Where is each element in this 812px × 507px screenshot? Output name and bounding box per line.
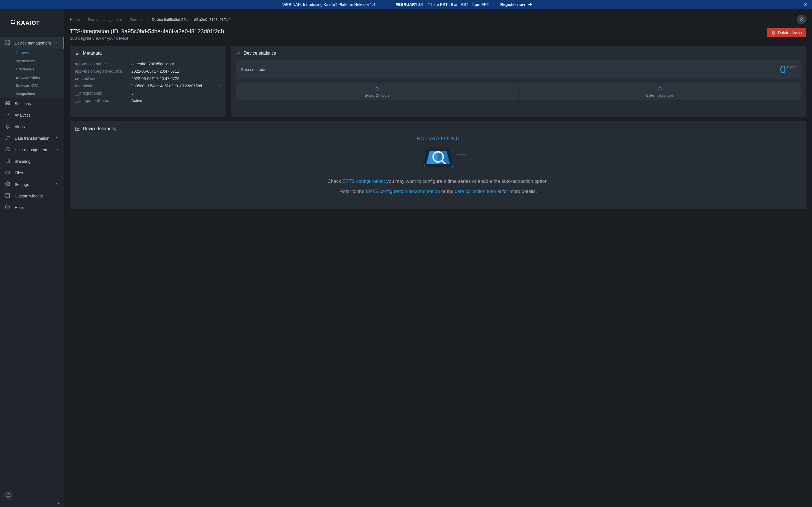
sidebar-item-alerts[interactable]: Alerts — [0, 121, 64, 132]
sidebar-item-solutions[interactable]: Solutions — [0, 98, 64, 109]
collapse-sidebar-button[interactable] — [0, 499, 64, 507]
svg-rect-35 — [6, 193, 10, 198]
brand-logo[interactable]: KAAIOT — [0, 9, 64, 37]
sidebar-item-analytics[interactable]: Analytics — [0, 109, 64, 121]
svg-rect-21 — [7, 104, 8, 105]
data-collection-tutorial-link[interactable]: data collection tutorial — [455, 189, 501, 194]
webinar-banner: WEBINAR: Introducing Kaa IoT Platform Re… — [0, 0, 812, 9]
svg-rect-15 — [7, 101, 8, 102]
metadata-value[interactable]: 9a95c0bd-54be-4a6f-a2e0-f8123d01f2cf — [132, 83, 221, 88]
breadcrumbs: HomeDevice managementDevicesDevice 9a95c… — [70, 17, 230, 22]
banner-close-button[interactable] — [803, 2, 808, 8]
svg-rect-8 — [11, 23, 15, 24]
stat-big-label: Data sent total — [241, 67, 266, 72]
sidebar-subitem-integrations[interactable]: Integrations — [0, 90, 64, 98]
no-data-title: NO DATA FOUND — [75, 136, 801, 142]
metadata-key: endpointId: — [75, 83, 132, 88]
sidebar-item-label: Settings — [15, 182, 29, 187]
stat-half2-label: Bytes , last 7 days — [519, 94, 802, 98]
sidebar-item-user-management[interactable]: User management — [0, 144, 64, 156]
metadata-key: appVersion.registeredDate: — [75, 69, 132, 73]
layout-icon — [5, 193, 10, 198]
trend-icon — [5, 112, 10, 117]
register-now-link[interactable]: Register now — [500, 2, 533, 7]
sidebar-item-branding[interactable]: Branding — [0, 156, 64, 167]
sidebar-item-settings[interactable]: Settings — [0, 179, 64, 190]
sidebar-subitem-applications[interactable]: Applications — [0, 57, 64, 65]
metadata-value: 5 — [132, 91, 221, 96]
grid3-icon — [5, 101, 10, 106]
chevron-down-icon — [55, 136, 59, 140]
delete-device-button[interactable]: Delete device — [767, 28, 806, 37]
breadcrumb-devices[interactable]: Devices — [130, 17, 143, 22]
stat-half1-label: Bytes , 24 hours — [236, 94, 518, 98]
chevron-down-icon — [55, 147, 59, 151]
metadata-row: appVersion.registeredDate:2022-06-05T17:… — [75, 68, 221, 75]
chat-icon — [6, 493, 11, 497]
stat-half1-value: 0 — [236, 86, 518, 93]
svg-point-26 — [8, 148, 10, 149]
sidebar-item-label: Custom widgets — [15, 194, 43, 198]
sidebar-subitem-credentials[interactable]: Credentials — [0, 65, 64, 73]
sidebar-item-files[interactable]: Files — [0, 167, 64, 179]
device-telemetry-card: Device telemetry NO DATA FOUND — [70, 121, 806, 209]
page-title: TTS-Integration (ID: 9a95c0bd-54be-4a6f-… — [70, 28, 224, 35]
metadata-title: Metadata — [83, 51, 102, 56]
svg-rect-13 — [8, 43, 10, 45]
chevron-down-icon — [55, 182, 59, 186]
svg-rect-10 — [6, 41, 7, 42]
metadata-key: __integrationId: — [75, 91, 132, 96]
svg-point-25 — [6, 148, 8, 149]
bell-icon — [5, 124, 10, 129]
svg-rect-56 — [424, 165, 425, 166]
svg-point-34 — [7, 183, 8, 185]
delete-label: Delete device — [778, 31, 802, 35]
user-menu-button[interactable] — [797, 15, 806, 24]
metadata-value: caeeak8n7nk35lgdiigg-v1 — [132, 62, 221, 66]
sidebar-item-label: Help — [15, 205, 23, 210]
sidebar-item-device-management[interactable]: Device management — [0, 37, 64, 49]
gear-icon — [5, 181, 10, 186]
sidebar-item-label: Branding — [15, 159, 31, 164]
metadata-key: createdDate: — [75, 76, 132, 81]
epts-docs-link[interactable]: EPTS configuration documentation — [366, 189, 440, 194]
breadcrumb-home[interactable]: Home — [70, 17, 80, 22]
sidebar-item-label: Data transformation — [15, 136, 49, 140]
sidebar-subitem-software-ota[interactable]: Software OTA — [0, 81, 64, 90]
sidebar-item-label: Analytics — [15, 113, 31, 117]
svg-rect-19 — [9, 103, 10, 104]
metadata-value: Active — [132, 98, 221, 103]
sidebar-item-label: Device management — [15, 41, 51, 45]
svg-rect-27 — [6, 159, 9, 163]
sidebar-item-data-transformation[interactable]: Data transformation — [0, 132, 64, 144]
metadata-value: 2022-06-05T17:20:47.671Z — [132, 69, 221, 73]
swap-icon — [5, 135, 10, 140]
svg-rect-16 — [9, 101, 10, 102]
metadata-row: endpointId:9a95c0bd-54be-4a6f-a2e0-f8123… — [75, 82, 221, 90]
sidebar-item-help[interactable]: Help — [0, 202, 64, 213]
metadata-row: createdDate:2022-06-05T17:20:47.672Z — [75, 75, 221, 82]
folder-icon — [5, 170, 10, 175]
stat-half2-value: 0 — [519, 86, 802, 93]
list-icon — [75, 51, 80, 56]
sidebar-item-custom-widgets[interactable]: Custom widgets — [0, 190, 64, 202]
svg-rect-14 — [6, 101, 6, 102]
chevron-up-icon — [54, 41, 58, 45]
svg-rect-3 — [11, 20, 12, 21]
breadcrumb-device-management[interactable]: Device management — [88, 17, 122, 22]
metadata-key: __integrationStatus: — [75, 98, 132, 103]
stat-7-days: 0 Bytes , last 7 days — [518, 83, 802, 100]
chat-button[interactable] — [4, 491, 13, 500]
sidebar-subitem-endpoint-filters[interactable]: Endpoint filters — [0, 73, 64, 81]
sidebar: KAAIOT Device managementDevicesApplicati… — [0, 9, 64, 507]
svg-marker-44 — [219, 86, 220, 87]
epts-config-link[interactable]: EPTS configuration: — [342, 179, 385, 184]
svg-rect-17 — [6, 103, 6, 104]
arrow-right-icon — [527, 2, 533, 7]
sidebar-subitem-devices[interactable]: Devices — [0, 49, 64, 57]
svg-rect-20 — [6, 104, 6, 105]
sidebar-item-label: User management — [15, 148, 47, 152]
people-icon — [5, 147, 10, 152]
user-icon — [799, 17, 804, 22]
stat-24-hours: 0 Bytes , 24 hours — [236, 83, 518, 100]
